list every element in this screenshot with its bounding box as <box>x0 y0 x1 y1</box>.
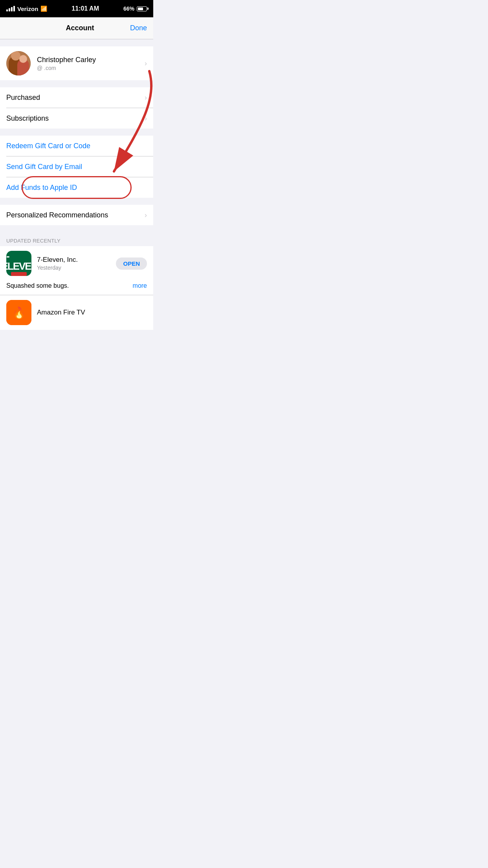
section-gap-4 <box>0 198 153 205</box>
menu-item-redeem[interactable]: Redeem Gift Card or Code <box>0 136 153 156</box>
status-right: 66% <box>123 6 147 12</box>
profile-info: Christopher Carley @ .com <box>37 56 138 71</box>
section-gap-3 <box>0 129 153 136</box>
battery-percent: 66% <box>123 6 134 12</box>
page-title: Account <box>66 24 94 32</box>
update-notes-711: Squashed some bugs. more <box>0 281 153 295</box>
update-notes-text: Squashed some bugs. <box>6 282 69 289</box>
add-funds-label: Add Funds to Apple ID <box>6 184 77 192</box>
profile-chevron: › <box>145 59 147 68</box>
711-red-bar <box>11 272 27 276</box>
signal-bars <box>6 6 15 11</box>
svg-text:🔥: 🔥 <box>12 306 26 319</box>
personalized-label: Personalized Recommendations <box>6 211 108 219</box>
app-row-711: 7-ELEVEn 7-Eleven, Inc. Yesterday OPEN <box>0 246 153 281</box>
711-logo-text: 7-ELEVEn <box>6 251 31 271</box>
subscriptions-label: Subscriptions <box>6 114 49 123</box>
app-info-amazon: Amazon Fire TV <box>37 309 147 316</box>
status-bar: Verizon 📶 11:01 AM 66% <box>0 0 153 17</box>
app-info-711: 7-Eleven, Inc. Yesterday <box>37 256 110 271</box>
menu-section-3: Personalized Recommendations › <box>0 205 153 225</box>
app-name-amazon: Amazon Fire TV <box>37 309 147 316</box>
profile-email: @ .com <box>37 65 138 71</box>
battery-icon <box>137 6 147 11</box>
purchased-chevron: › <box>145 94 147 102</box>
send-gift-label: Send Gift Card by Email <box>6 163 82 171</box>
nav-bar: Account Done <box>0 17 153 39</box>
menu-item-subscriptions[interactable]: Subscriptions › <box>0 108 153 129</box>
carrier-label: Verizon <box>17 6 38 12</box>
app-icon-711: 7-ELEVEn <box>6 251 31 276</box>
done-button[interactable]: Done <box>130 24 147 32</box>
status-time: 11:01 AM <box>72 5 99 12</box>
menu-item-add-funds[interactable]: Add Funds to Apple ID <box>0 177 153 198</box>
menu-item-send-gift[interactable]: Send Gift Card by Email <box>0 156 153 177</box>
section-gap-1 <box>0 39 153 46</box>
app-name-711: 7-Eleven, Inc. <box>37 256 110 264</box>
profile-row[interactable]: Christopher Carley @ .com › <box>0 46 153 80</box>
section-gap-2 <box>0 80 153 87</box>
profile-name: Christopher Carley <box>37 56 138 64</box>
more-link-711[interactable]: more <box>133 282 147 289</box>
app-icon-amazon: 🔥 <box>6 300 31 325</box>
app-row-amazon: 🔥 Amazon Fire TV <box>0 295 153 330</box>
wifi-icon: 📶 <box>40 6 47 12</box>
subscriptions-chevron: › <box>145 114 147 123</box>
redeem-label: Redeem Gift Card or Code <box>6 142 90 150</box>
section-gap-5 <box>0 225 153 232</box>
open-button-711[interactable]: OPEN <box>116 257 147 270</box>
personalized-chevron: › <box>145 211 147 219</box>
avatar <box>6 51 31 75</box>
status-left: Verizon 📶 <box>6 6 47 12</box>
purchased-label: Purchased <box>6 94 40 102</box>
menu-item-personalized[interactable]: Personalized Recommendations › <box>0 205 153 225</box>
menu-item-purchased[interactable]: Purchased › <box>0 87 153 108</box>
menu-section-2: Redeem Gift Card or Code Send Gift Card … <box>0 136 153 198</box>
updated-recently-header: UPDATED RECENTLY <box>0 232 153 246</box>
app-date-711: Yesterday <box>37 265 110 271</box>
menu-section-1: Purchased › Subscriptions › <box>0 87 153 129</box>
